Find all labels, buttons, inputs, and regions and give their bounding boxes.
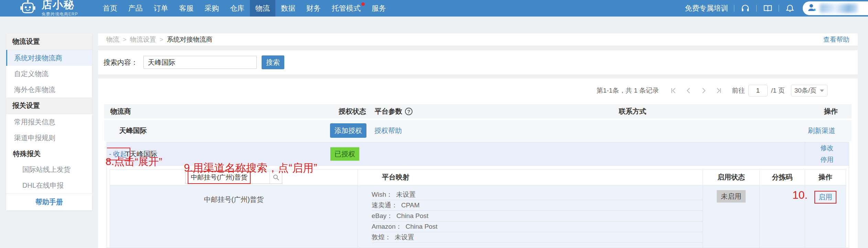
divider [756, 5, 757, 12]
user-account-chip[interactable] [803, 1, 868, 15]
user-name-blurred [820, 4, 858, 13]
menu-item-customer-service[interactable]: 客服 [174, 0, 199, 17]
provider-row: 天峰国际 添加授权 授权帮助 刷新渠道 [104, 120, 851, 141]
channel-row: 中邮挂号(广州)普货 Wish：未设置 速卖通：CPAM eBay：China … [110, 185, 846, 248]
sidebar-item-overseas-warehouse[interactable]: 海外仓库物流 [6, 82, 92, 97]
menu-item-home[interactable]: 首页 [97, 0, 123, 17]
sidebar-group-special-customs[interactable]: 特殊报关 [6, 146, 92, 162]
sidebar-help-manual-link[interactable]: 帮助手册 [6, 193, 92, 210]
menu-item-warehouse[interactable]: 仓库 [224, 0, 250, 17]
expanded-channel-section: - 收起 T天峰国际 已授权 修改 停用 中邮挂号(广州)普货 [107, 142, 849, 248]
navbar-right: 免费专属培训 [685, 1, 868, 15]
logistics-sidebar: 物流设置 系统对接物流商 自定义物流 海外仓库物流 报关设置 常用报关信息 渠道… [6, 33, 92, 210]
enable-channel-link[interactable]: 启用 [818, 193, 832, 202]
account-actions-cell: 修改 停用 [805, 142, 849, 165]
mapping-aliexpress: 速卖通：CPAM [372, 200, 703, 211]
help-question-icon[interactable]: ? [405, 107, 413, 115]
last-page-button[interactable] [714, 86, 723, 95]
menu-item-logistics[interactable]: 物流 [250, 0, 275, 17]
menu-item-data[interactable]: 数据 [275, 0, 301, 17]
sidebar-item-system-carriers[interactable]: 系统对接物流商 [6, 50, 92, 66]
menu-item-orders[interactable]: 订单 [148, 0, 174, 17]
enable-status-cell: 未启用 [703, 185, 759, 248]
menu-item-products[interactable]: 产品 [123, 0, 148, 17]
not-enabled-badge: 未启用 [717, 190, 746, 203]
user-avatar-icon [807, 2, 817, 14]
sidebar-item-dhl-online-declaration[interactable]: DHL在线申报 [6, 177, 92, 193]
col-platform-mapping: 平台映射 [358, 169, 703, 185]
chevron-down-icon [820, 90, 824, 92]
annotation-step-9: 9.用渠道名称搜索，点“启用” [184, 161, 317, 175]
sidebar-item-channel-declaration-rules[interactable]: 渠道申报规则 [6, 130, 92, 146]
breadcrumb-logistics-settings[interactable]: 物流设置 [130, 35, 156, 44]
view-help-link[interactable]: 查看帮助 [823, 35, 849, 44]
divider [734, 5, 734, 12]
search-input[interactable] [143, 56, 257, 69]
menu-item-services[interactable]: 服务 [366, 0, 392, 17]
search-label: 搜索内容： [103, 58, 138, 67]
breadcrumb-separator: > [160, 36, 163, 43]
headset-icon[interactable] [740, 3, 750, 13]
platform-mapping-cell: Wish：未设置 速卖通：CPAM eBay：China Post Amazon… [358, 185, 703, 248]
prev-page-button[interactable] [684, 86, 693, 95]
new-badge-dot [361, 2, 365, 6]
breadcrumb: 物流 > 物流设置 > 系统对接物流商 查看帮助 [98, 33, 858, 46]
col-enable-status: 启用状态 [703, 169, 759, 185]
menu-item-managed-mode[interactable]: 托管模式 [326, 0, 366, 17]
top-navbar: 店小秘 免费跨境电商ERP 首页 产品 订单 客服 采购 仓库 物流 数据 财务… [0, 0, 868, 17]
dianxiaomi-erp-screen: 店小秘 免费跨境电商ERP 首页 产品 订单 客服 采购 仓库 物流 数据 财务… [0, 0, 868, 248]
search-button[interactable]: 搜索 [262, 55, 284, 69]
sidebar-section-logistics-settings: 物流设置 [6, 33, 92, 50]
annotation-step-8: 8.点击“展开” [106, 155, 162, 169]
providers-table-header: 物流商 授权状态 平台参数 ? 联系方式 操作 [104, 104, 851, 118]
robot-logo-icon [19, 0, 37, 17]
divider [779, 5, 779, 12]
total-pages-label: /1 页 [771, 86, 785, 95]
sidebar-item-common-customs-info[interactable]: 常用报关信息 [6, 114, 92, 130]
col-actions: 操作 [824, 107, 838, 116]
menu-item-purchasing[interactable]: 采购 [199, 0, 224, 17]
authorization-help-link[interactable]: 授权帮助 [374, 126, 402, 135]
brand-tagline: 免费跨境电商ERP [42, 11, 78, 17]
breadcrumb-separator: > [123, 36, 127, 43]
main-menu: 首页 产品 订单 客服 采购 仓库 物流 数据 财务 托管模式 服务 [97, 0, 392, 17]
mapping-ebay: eBay：China Post [372, 211, 703, 221]
refresh-channels-link[interactable]: 刷新渠道 [808, 126, 835, 135]
col-sort-code: 分拣码 [759, 169, 805, 185]
add-authorization-button[interactable]: 添加授权 [330, 123, 366, 138]
page-number-input[interactable] [748, 85, 768, 96]
mapping-wish: Wish：未设置 [372, 189, 703, 200]
modify-link[interactable]: 修改 [821, 144, 834, 153]
mapping-dunhuang: 敦煌：未设置 [372, 232, 703, 243]
provider-name: 天峰国际 [119, 126, 147, 135]
page-size-value: 30条/页 [794, 86, 816, 95]
breadcrumb-logistics[interactable]: 物流 [106, 35, 119, 44]
page-size-select[interactable]: 30条/页 [791, 85, 827, 96]
goto-page-label: 前往 [732, 86, 745, 95]
channel-actions-cell: 10. 启用 [805, 185, 846, 248]
first-page-button[interactable] [669, 86, 678, 95]
sidebar-section-customs-settings: 报关设置 [6, 97, 92, 114]
authorized-status-badge: 已授权 [330, 147, 359, 161]
notification-bell-icon[interactable] [785, 3, 795, 13]
menu-item-finance[interactable]: 财务 [301, 0, 326, 17]
sidebar-item-intl-online-shipping[interactable]: 国际站线上发货 [6, 162, 92, 177]
pagination-summary: 第1-1条，共 1 条记录 [596, 86, 659, 95]
annotation-step-10: 10. [792, 189, 807, 202]
col-channel-actions: 操作 [805, 169, 846, 185]
sidebar-item-custom-logistics[interactable]: 自定义物流 [6, 66, 92, 82]
disable-link[interactable]: 停用 [821, 155, 834, 164]
col-contact: 联系方式 [619, 107, 646, 116]
pagination-bar: 第1-1条，共 1 条记录 前往 [596, 85, 827, 96]
col-platform-params: 平台参数 ? [375, 107, 413, 116]
enable-highlight-box: 启用 [814, 191, 836, 204]
brand-logo[interactable]: 店小秘 免费跨境电商ERP [19, 0, 97, 17]
free-training-link[interactable]: 免费专属培训 [685, 3, 728, 13]
brand-name: 店小秘 [42, 0, 78, 10]
next-page-button[interactable] [699, 86, 708, 95]
breadcrumb-current-page: 系统对接物流商 [167, 35, 212, 44]
mapping-amazon: Amazon：China Post [372, 221, 703, 232]
col-auth-status: 授权状态 [339, 107, 366, 116]
manual-book-icon[interactable] [762, 3, 773, 13]
channel-name-cell: 中邮挂号(广州)普货 [110, 185, 358, 248]
